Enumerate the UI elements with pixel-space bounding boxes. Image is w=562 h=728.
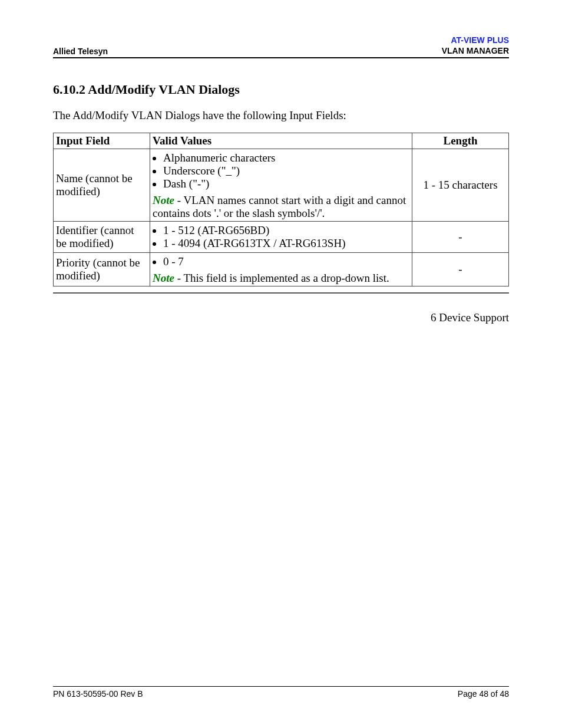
list-item: Underscore ("_") [163,164,409,177]
cell-values-identifier: 1 - 512 (AT-RG656BD) 1 - 4094 (AT-RG613T… [150,222,412,253]
page-header: Allied Telesyn AT-VIEW PLUS VLAN MANAGER [53,35,509,58]
th-input-field: Input Field [54,133,150,149]
list-item: Alphanumeric characters [163,151,409,164]
note-label: Note [153,194,174,206]
list-item: 1 - 512 (AT-RG656BD) [163,224,409,237]
section-title: 6.10.2 Add/Modify VLAN Dialogs [53,82,509,97]
header-product: AT-VIEW PLUS VLAN MANAGER [442,35,509,56]
th-length: Length [412,133,509,149]
note-text: - This field is implemented as a drop-do… [174,272,389,284]
cell-values-name: Alphanumeric characters Underscore ("_")… [150,149,412,222]
header-product-line2: VLAN MANAGER [442,46,509,55]
note-text: - VLAN names cannot start with a digit a… [153,194,406,219]
note-label: Note [153,272,174,284]
cell-values-priority: 0 - 7 Note - This field is implemented a… [150,253,412,286]
input-fields-table: Input Field Valid Values Length Name (ca… [53,133,509,286]
bullet-list: Alphanumeric characters Underscore ("_")… [163,151,409,190]
document-page: Allied Telesyn AT-VIEW PLUS VLAN MANAGER… [0,0,562,728]
cell-field-name: Name (cannot be modified) [54,149,150,222]
cell-length-name: 1 - 15 characters [412,149,509,222]
page-footer: PN 613-50595-00 Rev B Page 48 of 48 [53,686,509,699]
list-item: Dash ("-") [163,177,409,190]
bullet-list: 0 - 7 [163,255,409,268]
note-block: Note - This field is implemented as a dr… [153,272,409,285]
list-item: 0 - 7 [163,255,409,268]
header-company: Allied Telesyn [53,47,108,56]
cell-length-identifier: - [412,222,509,253]
table-row: Priority (cannot be modified) 0 - 7 Note… [54,253,509,286]
cell-field-identifier: Identifier (cannot be modified) [54,222,150,253]
table-row: Identifier (cannot be modified) 1 - 512 … [54,222,509,253]
bullet-list: 1 - 512 (AT-RG656BD) 1 - 4094 (AT-RG613T… [163,224,409,250]
note-block: Note - VLAN names cannot start with a di… [153,194,409,220]
header-product-line1: AT-VIEW PLUS [451,35,509,45]
table-header-row: Input Field Valid Values Length [54,133,509,149]
cell-length-priority: - [412,253,509,286]
chapter-link: 6 Device Support [53,311,509,324]
table-row: Name (cannot be modified) Alphanumeric c… [54,149,509,222]
footer-page-number: Page 48 of 48 [458,689,509,699]
footer-part-number: PN 613-50595-00 Rev B [53,689,143,699]
intro-paragraph: The Add/Modify VLAN Dialogs have the fol… [53,109,509,122]
cell-field-priority: Priority (cannot be modified) [54,253,150,286]
section-separator [53,292,509,294]
list-item: 1 - 4094 (AT-RG613TX / AT-RG613SH) [163,237,409,250]
th-valid-values: Valid Values [150,133,412,149]
